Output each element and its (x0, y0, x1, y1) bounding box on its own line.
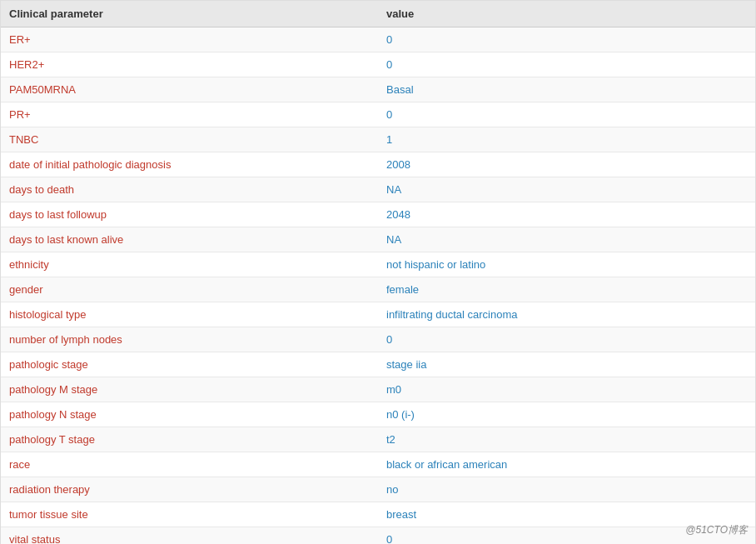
value-cell: 0 (378, 27, 755, 52)
param-cell: histological type (1, 302, 378, 327)
value-cell: m0 (378, 377, 755, 402)
table-row: genderfemale (1, 277, 755, 302)
table-row: TNBC1 (1, 127, 755, 152)
param-cell: ER+ (1, 27, 378, 52)
value-cell: NA (378, 227, 755, 252)
table-row: pathology M stagem0 (1, 377, 755, 402)
value-cell: 2048 (378, 202, 755, 227)
param-cell: vital status (1, 527, 378, 545)
table-row: histological typeinfiltrating ductal car… (1, 302, 755, 327)
table-row: raceblack or african american (1, 452, 755, 477)
param-cell: number of lymph nodes (1, 327, 378, 352)
table-row: PR+0 (1, 102, 755, 127)
column-header-param: Clinical parameter (1, 1, 378, 27)
table-row: ER+0 (1, 27, 755, 52)
table-row: radiation therapyno (1, 477, 755, 502)
param-cell: pathology M stage (1, 377, 378, 402)
table-row: days to last followup2048 (1, 202, 755, 227)
table-row: ethnicitynot hispanic or latino (1, 252, 755, 277)
param-cell: days to last known alive (1, 227, 378, 252)
table-row: pathology T staget2 (1, 427, 755, 452)
param-cell: radiation therapy (1, 477, 378, 502)
value-cell: stage iia (378, 352, 755, 377)
value-cell: not hispanic or latino (378, 252, 755, 277)
param-cell: days to last followup (1, 202, 378, 227)
param-cell: PAM50MRNA (1, 77, 378, 102)
value-cell: 0 (378, 52, 755, 77)
table-row: days to deathNA (1, 177, 755, 202)
param-cell: HER2+ (1, 52, 378, 77)
value-cell: 0 (378, 327, 755, 352)
param-cell: days to death (1, 177, 378, 202)
param-cell: TNBC (1, 127, 378, 152)
table-header-row: Clinical parameter value (1, 1, 755, 27)
table-row: pathologic stagestage iia (1, 352, 755, 377)
value-cell: n0 (i-) (378, 402, 755, 427)
value-cell: t2 (378, 427, 755, 452)
table-row: tumor tissue sitebreast (1, 502, 755, 527)
value-cell: black or african american (378, 452, 755, 477)
param-cell: date of initial pathologic diagnosis (1, 152, 378, 177)
value-cell: female (378, 277, 755, 302)
clinical-parameters-table: Clinical parameter value ER+0HER2+0PAM50… (0, 0, 756, 544)
table-row: days to last known aliveNA (1, 227, 755, 252)
param-cell: ethnicity (1, 252, 378, 277)
param-cell: tumor tissue site (1, 502, 378, 527)
value-cell: no (378, 477, 755, 502)
table-row: HER2+0 (1, 52, 755, 77)
value-cell: infiltrating ductal carcinoma (378, 302, 755, 327)
param-cell: PR+ (1, 102, 378, 127)
table-row: date of initial pathologic diagnosis2008 (1, 152, 755, 177)
param-cell: pathology N stage (1, 402, 378, 427)
param-cell: race (1, 452, 378, 477)
value-cell: 2008 (378, 152, 755, 177)
table-row: PAM50MRNABasal (1, 77, 755, 102)
table-row: vital status0 (1, 527, 755, 545)
table-row: number of lymph nodes0 (1, 327, 755, 352)
table-row: pathology N stagen0 (i-) (1, 402, 755, 427)
column-header-value: value (378, 1, 755, 27)
value-cell: Basal (378, 77, 755, 102)
value-cell: 0 (378, 102, 755, 127)
param-cell: pathology T stage (1, 427, 378, 452)
watermark: @51CTO博客 (685, 523, 748, 537)
value-cell: NA (378, 177, 755, 202)
param-cell: pathologic stage (1, 352, 378, 377)
param-cell: gender (1, 277, 378, 302)
value-cell: 1 (378, 127, 755, 152)
